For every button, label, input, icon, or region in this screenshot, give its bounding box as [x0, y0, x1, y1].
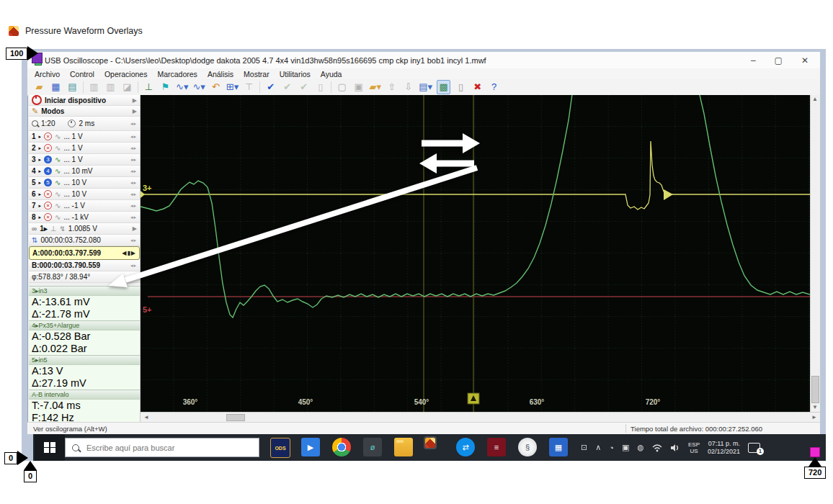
new-doc-icon[interactable]: ▯ [455, 81, 467, 94]
image-view-icon[interactable]: ▩ [437, 80, 450, 94]
tray-expand-icon[interactable]: ∧ [595, 443, 601, 452]
check2-icon[interactable]: ✔ [281, 81, 293, 94]
hscroll-thumb[interactable] [226, 414, 245, 421]
taskbar-icon-red-app[interactable]: ≡ [487, 438, 506, 456]
stepper-arrows[interactable]: ◂▸ [130, 263, 137, 269]
horizontal-scrollbar[interactable]: ◄ ► [141, 412, 820, 422]
oscillogram-plot[interactable]: 3+ 5+ 360° 450° 540° 630° 720° [141, 95, 810, 412]
stepper-arrows[interactable]: ◂▸ [130, 215, 137, 220]
channel-on-icon[interactable]: 5 [44, 179, 52, 186]
maximize-button[interactable]: ▢ [775, 55, 783, 66]
volume-icon[interactable] [670, 444, 680, 452]
scroll-up-icon[interactable]: ▲ [811, 95, 819, 104]
menu-control[interactable]: Control [70, 70, 94, 78]
channel-off-icon[interactable]: ✕ [44, 213, 52, 221]
trigger-row[interactable]: ∞ 1▸ ⊥ ↯ 1.0085 V ▶ [29, 223, 140, 235]
channel-off-icon[interactable]: ✕ [44, 132, 52, 140]
modes-row[interactable]: ✎ Modos ▶ [29, 106, 140, 117]
signal-menu-icon[interactable]: ∿▾ [176, 81, 188, 94]
marker-a-row[interactable]: A:000:00:03.797.599 ◀▮▶ [29, 246, 140, 260]
status-left-text[interactable]: Ver oscilograma (Alt+W) [27, 425, 107, 433]
selection-icon[interactable]: ▢ [336, 81, 348, 94]
channel5-label[interactable]: 5+ [143, 305, 152, 314]
language-indicator[interactable]: ESP US [688, 441, 700, 454]
open-file-icon[interactable]: ▰ [33, 81, 45, 94]
search-input[interactable] [85, 443, 252, 453]
taskbar-icon-usb-oscilloscope[interactable] [425, 438, 435, 448]
channel-on-icon[interactable]: 3 [44, 156, 52, 163]
menu-ayuda[interactable]: Ayuda [321, 70, 342, 78]
marker-a-flag[interactable] [468, 393, 479, 404]
stepper-arrows[interactable]: ◂▸ [130, 203, 137, 209]
clear-icon[interactable]: ◪ [121, 81, 133, 94]
start-device-row[interactable]: Iniciar dispositivo ▶ [29, 95, 140, 106]
vertical-scrollbar[interactable]: ▲ ▼ [810, 95, 820, 412]
channel-row-6[interactable]: 6▸ ✕ ∿ ... 10 V ◂▸ [29, 189, 140, 200]
menu-archivo[interactable]: Archivo [35, 70, 60, 78]
phase-row[interactable]: φ:578.83° / 38.94° [29, 271, 140, 283]
marker-a-stepper[interactable]: ◀▮▶ [122, 250, 136, 256]
taskbar-icon-swirl-app[interactable]: § [518, 438, 537, 456]
film-menu-icon[interactable]: ▤▾ [419, 81, 432, 94]
menu-marcadores[interactable]: Marcadores [157, 70, 197, 78]
scale-row[interactable]: 1:20 2 ms ◂▸ [29, 117, 140, 131]
wifi-icon[interactable] [652, 444, 662, 452]
stepper-arrows[interactable]: ◂▸ [130, 121, 137, 127]
taskbar-icon-ods[interactable]: ODS [270, 438, 290, 458]
taskbar-icon-explorer[interactable] [394, 438, 413, 456]
marker-b-row[interactable]: B:000:00:03.790.559 ◂▸ [29, 260, 140, 271]
menu-utilitarios[interactable]: Utilitarios [280, 70, 311, 78]
delete-icon[interactable]: ✖ [471, 81, 484, 94]
battery-icon[interactable]: ⊡ [581, 443, 587, 452]
notification-center-icon[interactable]: 1 [748, 443, 760, 453]
taskbar-icon-calculator[interactable]: ▦ [549, 438, 568, 456]
taskbar-icon-movies-tv[interactable]: ▶ [301, 438, 320, 456]
move-down-icon[interactable]: ⇩ [402, 81, 414, 94]
panel-header[interactable]: 5▸in5 [29, 355, 140, 365]
scroll-right-icon[interactable]: ► [810, 413, 819, 422]
panel-header[interactable]: 3▸in3 [29, 286, 140, 296]
vscroll-thumb[interactable] [811, 376, 819, 403]
copy2-icon[interactable]: ▥ [104, 81, 117, 94]
flag-icon[interactable]: ⚑ [159, 81, 172, 94]
display-menu-icon[interactable]: ⊞▾ [226, 81, 239, 94]
menu-operaciones[interactable]: Operaciones [104, 70, 148, 78]
check3-icon[interactable]: ✔ [298, 81, 310, 94]
panel-header[interactable]: 4▸Px35+Alargue [29, 320, 140, 330]
tray-app2-icon[interactable]: ▣ [622, 443, 629, 452]
window-titlebar[interactable]: USB Oscilloscope - C:\Users\leo\Desktop\… [27, 52, 820, 68]
channel-row-5[interactable]: 5▸ 5 ∿ ... 10 V ◂▸ [29, 177, 140, 189]
scroll-left-icon[interactable]: ◄ [142, 413, 151, 422]
stepper-arrows[interactable]: ◂▸ [130, 145, 137, 151]
channel-off-icon[interactable]: ✕ [44, 202, 52, 210]
menu-mostrar[interactable]: Mostrar [244, 70, 270, 78]
save-icon[interactable]: ▦ [50, 81, 62, 94]
stepper-arrows[interactable]: ◂▸ [130, 134, 137, 140]
channel-row-3[interactable]: 3▸ 3 ∿ ... 1 V ◂▸ [29, 154, 140, 166]
close-button[interactable]: ✕ [801, 55, 808, 66]
move-up-icon[interactable]: ⇧ [386, 81, 398, 94]
stepper-arrows[interactable]: ◂▸ [130, 157, 137, 163]
stepper-arrows[interactable]: ◂▸ [130, 168, 137, 174]
signal2-menu-icon[interactable]: ∿▾ [192, 81, 205, 94]
help-icon[interactable]: ? [488, 81, 500, 94]
copy-icon[interactable]: ▥ [88, 81, 100, 94]
axes-icon[interactable]: ⊥ [143, 81, 155, 94]
stepper-arrows[interactable]: ◂▸ [130, 238, 137, 243]
channel3-label[interactable]: 3+ [143, 184, 152, 192]
taskbar-icon-teamviewer[interactable]: ⇄ [456, 438, 475, 456]
menu-analisis[interactable]: Análisis [208, 70, 233, 78]
taskbar-icon-chrome[interactable] [332, 438, 351, 456]
channel-row-2[interactable]: 2▸ ✕ ∿ ... 1 V ◂▸ [29, 143, 140, 154]
apply-check-icon[interactable]: ✔ [264, 81, 277, 94]
tray-app3-icon[interactable]: ◍ [637, 443, 644, 452]
tray-app1-icon[interactable]: ◔ [609, 444, 614, 452]
scroll-down-icon[interactable]: ▼ [811, 403, 819, 412]
panel-header[interactable]: A-B intervalo [29, 390, 140, 400]
doc-icon[interactable]: ▯ [314, 81, 326, 94]
channel-row-7[interactable]: 7▸ ✕ ∿ ... -1 V ◂▸ [29, 200, 140, 212]
print-icon[interactable]: ▤ [66, 81, 79, 94]
clock[interactable]: 07:11 p. m. 02/12/2021 [708, 440, 740, 456]
export-menu-icon[interactable]: ▰▾ [369, 81, 381, 94]
undo-icon[interactable]: ↶ [210, 81, 222, 94]
